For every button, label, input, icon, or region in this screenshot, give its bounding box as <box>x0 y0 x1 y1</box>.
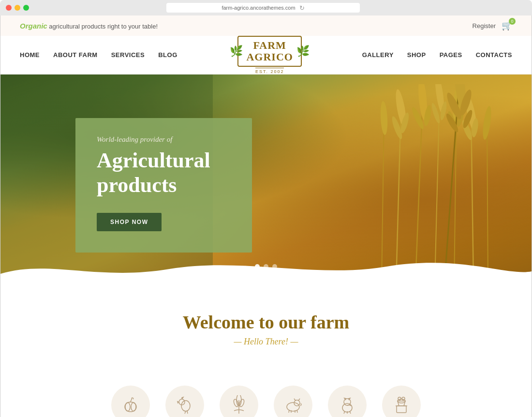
traffic-lights <box>6 5 29 11</box>
register-link[interactable]: Register <box>473 22 496 30</box>
icon-produce[interactable] <box>382 386 421 417</box>
logo[interactable]: 🌿 FARM AGRICO 🌿 EST. 2002 <box>237 36 301 74</box>
cart-badge: 0 <box>509 18 516 25</box>
logo-inner: 🌿 FARM AGRICO 🌿 <box>237 36 301 67</box>
svg-point-37 <box>233 399 239 407</box>
register-area: Register 🛒 0 <box>473 20 512 31</box>
hero-title: Agricultural products <box>97 149 231 197</box>
hero-section: World-leading provider of Agricultural p… <box>0 74 532 283</box>
close-button[interactable] <box>6 5 12 11</box>
nav-bar: HOME ABOUT FARM SERVICES BLOG 🌿 FARM AGR… <box>0 36 532 74</box>
cart-icon-wrap[interactable]: 🛒 0 <box>502 20 512 31</box>
nav-item-contacts[interactable]: CONTACTS <box>476 51 512 59</box>
nav-right: GALLERY SHOP PAGES CONTACTS <box>362 51 512 59</box>
nav-item-home[interactable]: HOME <box>20 51 40 59</box>
nav-left: HOME ABOUT FARM SERVICES BLOG <box>20 51 177 59</box>
wheat-left-icon: 🌿 <box>230 45 243 58</box>
svg-point-39 <box>287 402 299 411</box>
icon-pumpkin[interactable] <box>111 386 150 417</box>
refresh-icon[interactable]: ↻ <box>299 4 305 12</box>
nav-item-about[interactable]: ABOUT FARM <box>53 51 98 59</box>
logo-title: FARM AGRICO <box>246 40 293 63</box>
browser-body: Organic agricultural products right to y… <box>0 15 532 417</box>
welcome-section: Welcome to our farm — Hello There! — <box>0 283 532 366</box>
organic-label: Organic <box>20 22 47 30</box>
svg-point-38 <box>239 399 245 407</box>
browser-chrome: farm-agrico.ancorathemes.com ↻ <box>0 0 532 15</box>
svg-rect-43 <box>397 406 406 413</box>
wheat-right-icon: 🌿 <box>296 45 310 58</box>
svg-point-41 <box>342 403 352 412</box>
icon-grain[interactable] <box>220 386 258 417</box>
address-bar[interactable]: farm-agrico.ancorathemes.com ↻ <box>166 3 360 13</box>
nav-item-gallery[interactable]: GALLERY <box>362 51 394 59</box>
hero-wave <box>0 254 532 283</box>
welcome-subtitle: — Hello There! — <box>20 337 512 347</box>
minimize-button[interactable] <box>15 5 20 11</box>
nav-item-services[interactable]: SERVICES <box>111 51 145 59</box>
hero-subtitle: World-leading provider of <box>97 135 231 144</box>
icon-cattle[interactable] <box>274 386 312 417</box>
icon-poultry[interactable] <box>165 386 204 417</box>
hero-content-box: World-leading provider of Agricultural p… <box>75 118 252 253</box>
tagline-text: agricultural products right to your tabl… <box>47 23 158 30</box>
svg-point-32 <box>131 402 136 411</box>
wheat-stalks-decoration <box>251 84 493 283</box>
nav-item-pages[interactable]: PAGES <box>440 51 462 59</box>
shop-now-button[interactable]: SHOP NOW <box>97 213 162 231</box>
svg-point-33 <box>181 401 190 411</box>
nav-item-blog[interactable]: BLOG <box>158 51 177 59</box>
svg-point-42 <box>344 399 351 405</box>
tagline: Organic agricultural products right to y… <box>20 22 158 30</box>
top-banner: Organic agricultural products right to y… <box>0 15 532 36</box>
icon-chicken[interactable] <box>328 386 367 417</box>
svg-point-23 <box>481 105 493 140</box>
svg-point-31 <box>125 402 130 411</box>
nav-item-shop[interactable]: SHOP <box>407 51 426 59</box>
maximize-button[interactable] <box>23 5 29 11</box>
logo-est: EST. 2002 <box>255 68 284 74</box>
welcome-title: Welcome to our farm <box>20 312 512 333</box>
icons-row <box>0 366 532 417</box>
svg-point-21 <box>380 101 388 135</box>
